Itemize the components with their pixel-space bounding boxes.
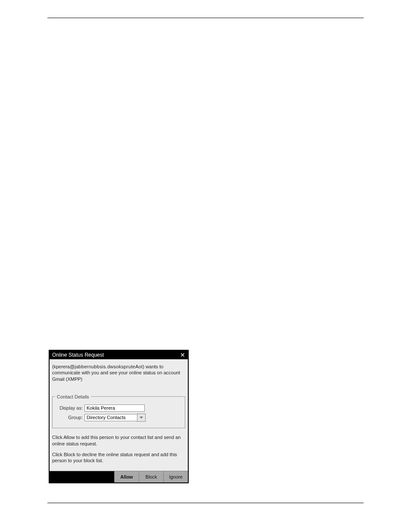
block-hint: Click Block to decline the online status… (52, 451, 185, 464)
allow-button[interactable]: Allow (114, 471, 139, 482)
dialog-title: Online Status Request (52, 352, 104, 358)
dialog-button-bar: Allow Block Ignore (50, 471, 188, 482)
close-icon[interactable]: ✕ (179, 352, 186, 358)
block-button[interactable]: Block (139, 471, 163, 482)
chevron-down-icon[interactable] (137, 414, 146, 422)
document-page: Online Status Request ✕ (kperera@jabbern… (0, 0, 411, 532)
group-select[interactable] (84, 414, 146, 422)
dialog-titlebar: Online Status Request ✕ (50, 351, 188, 359)
horizontal-rule-top (47, 18, 364, 18)
contact-details-group: Contact Details Display as: Group: (52, 394, 185, 428)
ignore-button[interactable]: Ignore (163, 471, 188, 482)
display-as-label: Display as: (55, 405, 83, 411)
contact-details-legend: Contact Details (55, 394, 91, 399)
online-status-request-dialog: Online Status Request ✕ (kperera@jabbern… (49, 350, 189, 483)
group-label: Group: (55, 415, 83, 420)
button-bar-spacer (50, 471, 114, 482)
group-row: Group: (55, 414, 182, 422)
group-select-value[interactable] (84, 414, 137, 421)
requester-id: kperera@jabbernubbsis.dwsokspruteAot (54, 364, 143, 369)
horizontal-rule-bottom (47, 503, 364, 503)
dialog-body: (kperera@jabbernubbsis.dwsokspruteAot) w… (50, 359, 188, 471)
request-message: (kperera@jabbernubbsis.dwsokspruteAot) w… (52, 364, 185, 382)
display-as-row: Display as: (55, 404, 182, 412)
allow-hint: Click Allow to add this person to your c… (52, 434, 185, 447)
display-as-input[interactable] (84, 404, 145, 412)
